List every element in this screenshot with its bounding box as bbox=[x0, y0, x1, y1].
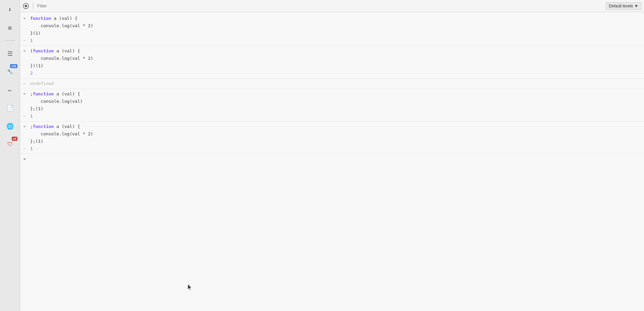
settings-icon[interactable]: ⚙ bbox=[4, 21, 16, 34]
console-entry-4: > ;function a (val) { console.log(val) }… bbox=[20, 89, 644, 122]
entry-2-code-line-3: })(1) bbox=[30, 62, 43, 69]
toolbar-separator bbox=[33, 3, 33, 9]
entry-2-code-line-2: console.log(val * 2) bbox=[30, 55, 93, 62]
entry-2-output-line: 2 bbox=[20, 70, 644, 77]
default-levels-label: Default levels bbox=[609, 4, 633, 8]
filter-input[interactable] bbox=[37, 2, 603, 10]
entry-4-code-line-1: ;function a (val) { bbox=[30, 91, 80, 97]
console-input-line: > bbox=[20, 154, 644, 163]
entry-1-code-line-3: }(1) bbox=[30, 30, 41, 37]
console-area: > function a (val) { console.log(val * 2… bbox=[20, 12, 644, 311]
entry-2-input-line-2: console.log(val * 2) bbox=[27, 55, 644, 62]
console-entry-5: > ;function a (val) { console.log(val * … bbox=[20, 122, 644, 154]
dropdown-arrow-icon: ▼ bbox=[634, 4, 638, 8]
console-input[interactable] bbox=[30, 155, 641, 162]
pen-icon[interactable]: ✏ bbox=[4, 84, 16, 96]
entry-5-code-line-3: };(1) bbox=[30, 138, 43, 145]
entry-4-code-line-2: console.log(val) bbox=[30, 98, 83, 105]
entry-2-result: 2 bbox=[30, 70, 33, 77]
entry-5-input-line-3: };(1) bbox=[20, 138, 644, 145]
badge-125: 125 bbox=[10, 64, 17, 68]
entry-5-output-line: ← 1 bbox=[20, 145, 644, 152]
list-icon[interactable]: ☰ bbox=[4, 47, 16, 59]
entry-4-output-arrow: ← bbox=[23, 114, 29, 119]
entry-3-output-line: ← undefined bbox=[20, 80, 644, 87]
entry-1-input-line-1: > function a (val) { bbox=[20, 15, 644, 22]
entry-4-result: 1 bbox=[30, 113, 33, 120]
entry-2-input-line-3: })(1) bbox=[20, 62, 644, 70]
console-entry-2: > (function a (val) { console.log(val * … bbox=[20, 46, 644, 79]
badge-125-icon[interactable]: 🔧 125 bbox=[4, 65, 16, 78]
console-entry-1: > function a (val) { console.log(val * 2… bbox=[20, 13, 644, 46]
entry-1-result: 1 bbox=[30, 37, 33, 44]
entry-1-output-line: ← 1 bbox=[20, 37, 644, 44]
toolbar: Default levels ▼ bbox=[20, 0, 644, 12]
entry-4-arrow-right: > bbox=[23, 91, 29, 97]
entry-1-input-line-3: }(1) bbox=[20, 30, 644, 37]
entry-1-input-line-2: console.log(val * 2) bbox=[27, 22, 644, 30]
entry-1-code-line-2: console.log(val * 2) bbox=[30, 23, 93, 29]
entry-4-input-line-1: > ;function a (val) { bbox=[20, 90, 644, 98]
entry-2-input-line-1: > (function a (val) { bbox=[20, 47, 644, 55]
entry-3-result: undefined bbox=[30, 80, 54, 87]
filter-eye-icon[interactable] bbox=[23, 3, 29, 9]
entry-5-code-line-1: ;function a (val) { bbox=[30, 123, 80, 130]
entry-1-output-arrow: ← bbox=[23, 38, 29, 44]
entry-1-code-line-1: function a (val) { bbox=[30, 15, 77, 22]
svg-point-1 bbox=[25, 5, 27, 7]
sidebar: ⬇ ⚙ ☰ 🔧 125 ✏ 📄 🌐 🛡 ud bbox=[0, 0, 20, 311]
entry-5-code-line-2: console.log(val * 2) bbox=[30, 131, 93, 137]
page-icon[interactable]: 📄 bbox=[4, 102, 16, 114]
entry-1-arrow-right: > bbox=[23, 16, 29, 21]
main-area: Default levels ▼ > function a (val) { co… bbox=[20, 0, 644, 311]
entry-4-input-line-2: console.log(val) bbox=[27, 98, 644, 105]
entry-5-arrow-right: > bbox=[23, 124, 29, 130]
console-entry-3: ← undefined bbox=[20, 79, 644, 89]
badge-ud: ud bbox=[12, 137, 17, 141]
globe-icon[interactable]: 🌐 bbox=[4, 120, 16, 132]
entry-5-output-arrow: ← bbox=[23, 146, 29, 152]
default-levels-button[interactable]: Default levels ▼ bbox=[606, 2, 641, 10]
entry-4-code-line-3: };(1) bbox=[30, 105, 43, 112]
entry-4-output-line: ← 1 bbox=[20, 113, 644, 120]
entry-3-output-arrow: ← bbox=[23, 81, 29, 87]
entry-5-result: 1 bbox=[30, 145, 33, 152]
entry-5-input-line-2: console.log(val * 2) bbox=[27, 130, 644, 138]
filter-icon-wrap bbox=[23, 3, 29, 9]
prompt-arrow: > bbox=[23, 157, 29, 161]
entry-2-arrow-right: > bbox=[23, 48, 29, 54]
download-icon[interactable]: ⬇ bbox=[4, 3, 16, 15]
entry-4-input-line-3: };(1) bbox=[20, 105, 644, 113]
shield-icon[interactable]: 🛡 ud bbox=[4, 138, 16, 150]
entry-5-input-line-1: > ;function a (val) { bbox=[20, 123, 644, 130]
sidebar-divider-1 bbox=[5, 40, 15, 41]
entry-2-code-line-1: (function a (val) { bbox=[30, 48, 80, 54]
filter-area bbox=[37, 2, 603, 10]
